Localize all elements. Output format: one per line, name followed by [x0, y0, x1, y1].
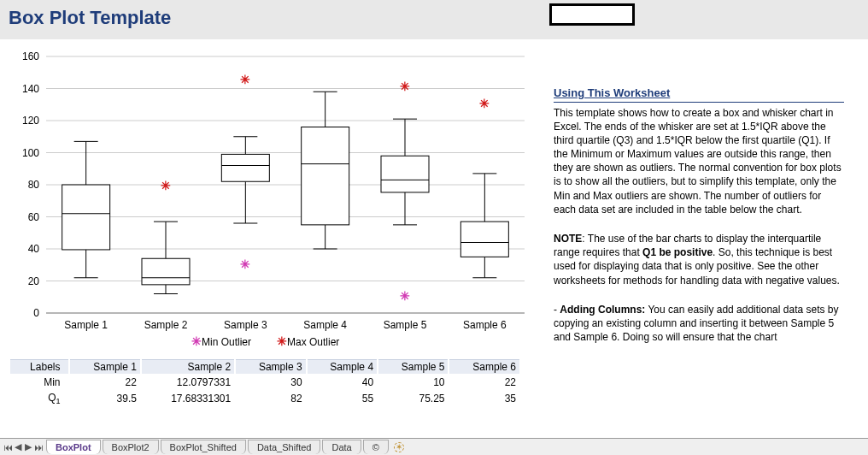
sheet-tab-bar: ⏮ ◀ ▶ ⏭ BoxPlotBoxPlot2BoxPlot_ShiftedDa…: [0, 438, 868, 455]
help-title: Using This Worksheet: [554, 86, 844, 103]
sheet-tab-boxplot_shifted[interactable]: BoxPlot_Shifted: [161, 440, 246, 454]
svg-text:Min Outlier: Min Outlier: [202, 336, 251, 348]
sheet-tab-boxplot2[interactable]: BoxPlot2: [103, 440, 159, 454]
header: Box Plot Template: [0, 0, 868, 39]
tab-nav-arrows: ⏮ ◀ ▶ ⏭: [0, 442, 46, 452]
svg-text:✳: ✳: [240, 257, 250, 271]
stats-table: LabelsSample 1Sample 2Sample 3Sample 4Sa…: [9, 358, 521, 408]
table-cell[interactable]: 22: [449, 375, 519, 389]
svg-text:✳: ✳: [161, 179, 171, 192]
sheet-tab-boxplot[interactable]: BoxPlot: [46, 440, 101, 454]
svg-rect-30: [142, 258, 190, 285]
table-column-header: Sample 3: [236, 359, 305, 374]
tab-last-icon[interactable]: ⏭: [34, 442, 43, 452]
table-cell[interactable]: 39.5: [70, 391, 139, 406]
table-row: Min2212.079733130401022: [10, 375, 519, 389]
svg-text:160: 160: [22, 51, 39, 62]
table-row-label: Min: [10, 375, 68, 389]
help-paragraph-3: - Adding Columns: You can easily add add…: [554, 303, 844, 345]
svg-text:Sample 1: Sample 1: [64, 319, 108, 331]
table-cell[interactable]: 22: [70, 375, 139, 389]
tab-next-icon[interactable]: ▶: [24, 442, 32, 452]
table-cell[interactable]: 75.25: [378, 391, 448, 406]
table-cell[interactable]: 40: [308, 375, 377, 389]
table-column-header: Sample 6: [449, 359, 519, 374]
table-column-header: Sample 1: [70, 359, 139, 374]
svg-text:✳: ✳: [277, 334, 287, 348]
svg-text:140: 140: [22, 83, 39, 95]
table-cell[interactable]: 55: [308, 391, 377, 406]
svg-text:80: 80: [28, 179, 40, 191]
svg-text:Sample 6: Sample 6: [463, 319, 507, 331]
selected-cell[interactable]: [549, 3, 635, 26]
tab-prev-icon[interactable]: ◀: [14, 442, 22, 452]
svg-text:20: 20: [28, 275, 40, 287]
table-cell[interactable]: 12.0797331: [142, 375, 234, 389]
svg-text:Sample 3: Sample 3: [224, 319, 267, 331]
table-column-header: Sample 4: [308, 359, 377, 374]
table-header-labels: Labels: [10, 359, 68, 374]
svg-text:40: 40: [28, 243, 40, 255]
svg-rect-38: [221, 154, 269, 181]
table-cell[interactable]: 10: [378, 375, 448, 389]
svg-text:Sample 2: Sample 2: [144, 319, 188, 331]
svg-text:✳: ✳: [240, 73, 250, 86]
sheet-tab-data[interactable]: Data: [322, 440, 361, 454]
svg-text:✳: ✳: [400, 289, 410, 303]
svg-text:✳: ✳: [191, 334, 202, 348]
svg-text:✳: ✳: [400, 80, 410, 93]
svg-text:120: 120: [22, 115, 39, 127]
svg-text:Sample 5: Sample 5: [384, 319, 427, 331]
box-plot-chart[interactable]: 020406080100120140160Sample 1✳Sample 2✳✳…: [9, 51, 538, 352]
help-paragraph-1: This template shows how to create a box …: [554, 106, 844, 217]
table-cell[interactable]: 30: [236, 375, 305, 389]
svg-text:Sample 4: Sample 4: [303, 319, 347, 331]
help-paragraph-2: NOTE: The use of the bar charts to displ…: [554, 232, 844, 287]
svg-rect-23: [62, 185, 110, 250]
svg-text:100: 100: [22, 147, 39, 159]
help-panel: Using This Worksheet This template shows…: [554, 39, 844, 408]
table-column-header: Sample 5: [378, 359, 448, 374]
page-title: Box Plot Template: [9, 7, 171, 28]
table-column-header: Sample 2: [142, 359, 234, 374]
sheet-tab-data_shifted[interactable]: Data_Shifted: [248, 440, 321, 454]
svg-text:60: 60: [28, 211, 40, 223]
table-cell[interactable]: 82: [236, 391, 305, 406]
sheet-tab-©[interactable]: ©: [363, 440, 389, 454]
svg-rect-54: [381, 156, 429, 192]
svg-rect-47: [302, 127, 349, 225]
table-cell[interactable]: 17.68331301: [142, 391, 234, 406]
svg-text:✳: ✳: [479, 97, 490, 110]
svg-text:Max Outlier: Max Outlier: [287, 336, 339, 348]
svg-rect-63: [460, 222, 508, 257]
insert-sheet-icon[interactable]: ✶: [394, 442, 404, 452]
table-row-label: Q1: [10, 391, 68, 406]
table-cell[interactable]: 35: [449, 391, 519, 406]
table-row: Q139.517.68331301825575.2535: [10, 391, 519, 406]
svg-text:0: 0: [33, 307, 39, 319]
tab-first-icon[interactable]: ⏮: [3, 442, 12, 452]
